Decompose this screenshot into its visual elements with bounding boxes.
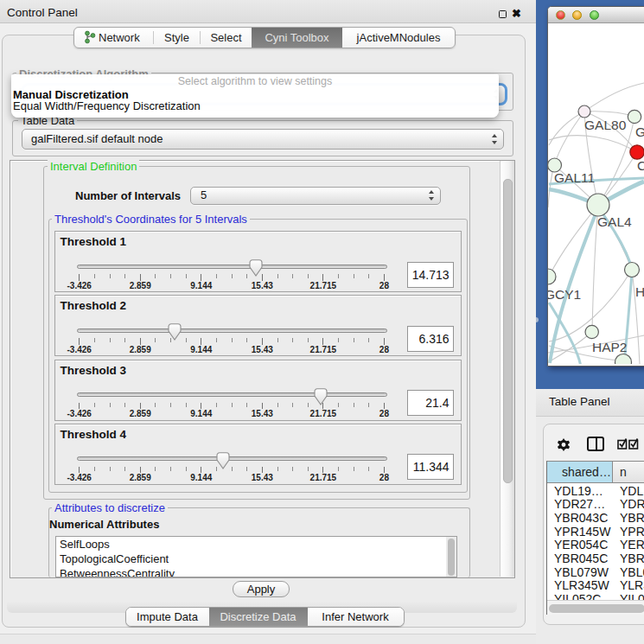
svg-text:GAL80: GAL80 xyxy=(584,118,627,132)
svg-text:GAL4: GAL4 xyxy=(597,214,632,229)
svg-text:GA: GA xyxy=(635,124,644,139)
svg-text:H: H xyxy=(635,284,644,299)
svg-text:GAL11: GAL11 xyxy=(554,170,595,185)
svg-text:C: C xyxy=(637,158,644,173)
svg-text:GCY1: GCY1 xyxy=(548,287,581,302)
svg-text:HAP2: HAP2 xyxy=(592,340,628,354)
